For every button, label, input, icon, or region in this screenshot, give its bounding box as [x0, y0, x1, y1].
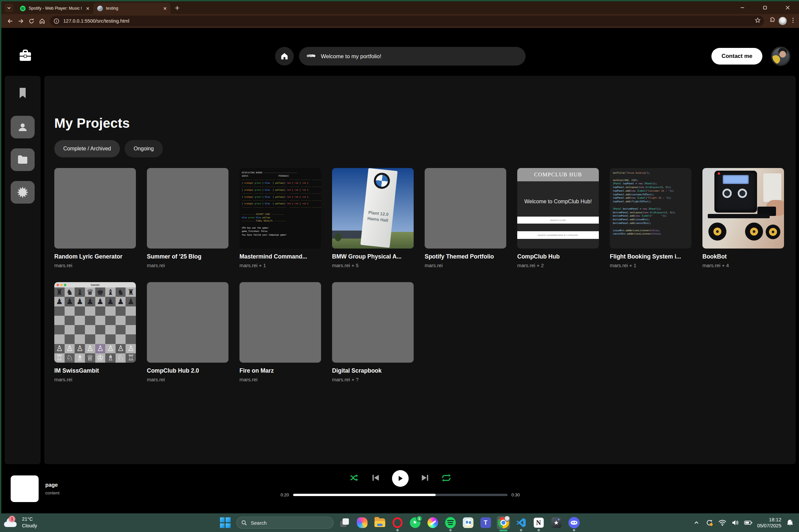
- maximize-button[interactable]: [754, 1, 776, 14]
- header-center: Welcome to my portfolio!: [275, 37, 526, 76]
- project-card[interactable]: BookBot mars.rei + 4: [703, 168, 784, 268]
- project-card[interactable]: Digital Scrapbook mars.rei + ?: [332, 282, 414, 382]
- now-playing-art[interactable]: [11, 475, 39, 502]
- tab-close-icon[interactable]: [162, 5, 168, 11]
- project-subtitle: mars.rei: [425, 263, 506, 268]
- tab-search-button[interactable]: [5, 4, 13, 12]
- discord-icon[interactable]: [567, 516, 581, 529]
- bmw-tree: [335, 233, 341, 241]
- windows-logo-icon: [220, 517, 231, 528]
- new-tab-button[interactable]: [172, 3, 182, 13]
- robot-sensor-eye: [738, 189, 747, 198]
- extensions-icon[interactable]: [768, 17, 775, 25]
- task-view-icon[interactable]: [338, 516, 351, 529]
- update-sync-icon[interactable]: [705, 518, 714, 527]
- notification-bell-dnd-icon[interactable]: z: [786, 518, 794, 527]
- briefcase-logo-icon[interactable]: [19, 49, 32, 63]
- portfolio-search-bar[interactable]: Welcome to my portfolio!: [299, 47, 526, 65]
- teams-icon[interactable]: T: [479, 516, 492, 529]
- next-button[interactable]: [421, 473, 429, 483]
- site-info-icon[interactable]: [52, 17, 61, 25]
- clock-date: 05/07/2025: [757, 523, 781, 529]
- tab-close-icon[interactable]: [85, 5, 91, 11]
- person-icon: [17, 121, 28, 133]
- home-button[interactable]: [275, 47, 294, 65]
- tab-strip: Spotify - Web Player: Music for testing: [1, 1, 799, 14]
- project-art-compclub-screenshot: COMPCLUB HUB Welcome to CompClub Hub! SE…: [517, 168, 599, 249]
- opera-icon[interactable]: [391, 516, 404, 529]
- project-title: Random Lyric Generator: [54, 253, 136, 260]
- sidebar-item-projects[interactable]: [11, 148, 35, 171]
- starburst-icon: [17, 187, 28, 198]
- back-button[interactable]: [5, 16, 15, 26]
- spotify-app-icon[interactable]: [443, 516, 457, 529]
- bookmark-star-icon[interactable]: [755, 17, 761, 25]
- panda-app-icon[interactable]: [461, 516, 475, 529]
- project-art-placeholder: [239, 282, 321, 363]
- battery-icon[interactable]: [744, 518, 753, 527]
- reload-button[interactable]: [26, 16, 37, 26]
- minimize-button[interactable]: [731, 1, 754, 14]
- player-controls: 0:20 0:30: [277, 469, 524, 497]
- file-explorer-icon[interactable]: [373, 516, 386, 529]
- taskbar-clock[interactable]: 18:12 05/07/2025: [757, 517, 781, 529]
- project-card[interactable]: CompClub Hub 2.0 mars.rei: [147, 282, 229, 382]
- progress-bar[interactable]: [293, 494, 508, 496]
- svg-text:z: z: [791, 519, 792, 522]
- tab-spotify[interactable]: Spotify - Web Player: Music for: [16, 3, 93, 14]
- project-card[interactable]: DISPLAYING BOARD -----------------------…: [239, 168, 321, 268]
- robot-box: [763, 173, 781, 202]
- chrome-icon[interactable]: [496, 516, 510, 529]
- start-button[interactable]: [218, 516, 232, 529]
- elapsed-time: 0:20: [277, 492, 289, 497]
- vscode-icon[interactable]: [514, 516, 528, 529]
- sidebar-item-skills[interactable]: [11, 181, 35, 204]
- home-button-browser[interactable]: [37, 16, 47, 26]
- krita-icon[interactable]: [426, 516, 439, 529]
- chess-window-titlebar: Gambit: [54, 282, 136, 287]
- project-card[interactable]: COMPCLUB HUB Welcome to CompClub Hub! SE…: [517, 168, 599, 268]
- whatsapp-icon[interactable]: 1: [408, 516, 422, 529]
- project-card[interactable]: setTitle("Issue booking"); setSize(400, …: [610, 168, 691, 268]
- filter-complete-archived[interactable]: Complete / Archived: [54, 140, 120, 157]
- volume-icon[interactable]: [731, 518, 740, 527]
- repeat-button[interactable]: [441, 473, 451, 484]
- project-card[interactable]: Plant 12.0 Hams Hall BMW Group Physical …: [332, 168, 414, 268]
- page-body: My Projects Complete / Archived Ongoing …: [1, 76, 799, 464]
- shuffle-button[interactable]: [349, 473, 359, 483]
- profile-avatar[interactable]: [771, 46, 790, 66]
- wifi-icon[interactable]: [718, 518, 727, 527]
- project-title: Mastermind Command...: [239, 253, 321, 260]
- play-icon: [397, 475, 404, 482]
- browser-profile-avatar[interactable]: [778, 17, 787, 25]
- sidebar-item-profile[interactable]: [11, 116, 35, 138]
- project-card[interactable]: Spotify Themed Portfolio mars.rei: [425, 168, 506, 268]
- url-bar[interactable]: 127.0.0.1:5500/src/testing.html: [50, 16, 764, 26]
- project-card[interactable]: Summer of '25 Blog mars.rei: [147, 168, 229, 268]
- tray-chevron-icon[interactable]: [692, 518, 701, 527]
- tab-testing[interactable]: testing: [93, 3, 170, 14]
- project-card[interactable]: Fire on Marz mars.rei: [239, 282, 321, 382]
- copilot-icon[interactable]: [356, 516, 369, 529]
- chevron-down-icon: [7, 6, 11, 10]
- filter-ongoing[interactable]: Ongoing: [125, 140, 163, 157]
- forward-button[interactable]: [15, 16, 26, 26]
- weather-widget[interactable]: 1 21°C Cloudy: [3, 513, 37, 532]
- compclub-header: COMPCLUB HUB: [517, 168, 599, 181]
- sparx-icon[interactable]: ★★: [549, 516, 563, 529]
- project-subtitle: mars.rei: [54, 263, 136, 268]
- project-card[interactable]: Gambit ♜♞♝♛♚♝♞♜♟♟♟♟♟♟♟♟♙♙♙♙♙♙♙♙♖♘♗♕♔♗♘♖ …: [54, 282, 136, 382]
- project-card[interactable]: Random Lyric Generator mars.rei: [54, 168, 136, 268]
- project-subtitle: mars.rei + ?: [332, 377, 414, 382]
- play-button[interactable]: [392, 470, 408, 487]
- browser-menu-icon[interactable]: [790, 17, 796, 25]
- globe-favicon-icon: [97, 6, 103, 11]
- close-window-button[interactable]: [776, 1, 799, 14]
- previous-button[interactable]: [371, 473, 380, 483]
- url-text[interactable]: 127.0.0.1:5500/src/testing.html: [63, 18, 755, 24]
- project-grid: Random Lyric Generator mars.rei Summer o…: [54, 168, 786, 382]
- sidebar-item-bookmarks[interactable]: [18, 87, 28, 100]
- taskbar-search[interactable]: Search: [236, 517, 333, 529]
- notion-icon[interactable]: N: [532, 516, 545, 529]
- contact-me-button[interactable]: Contact me: [711, 48, 762, 64]
